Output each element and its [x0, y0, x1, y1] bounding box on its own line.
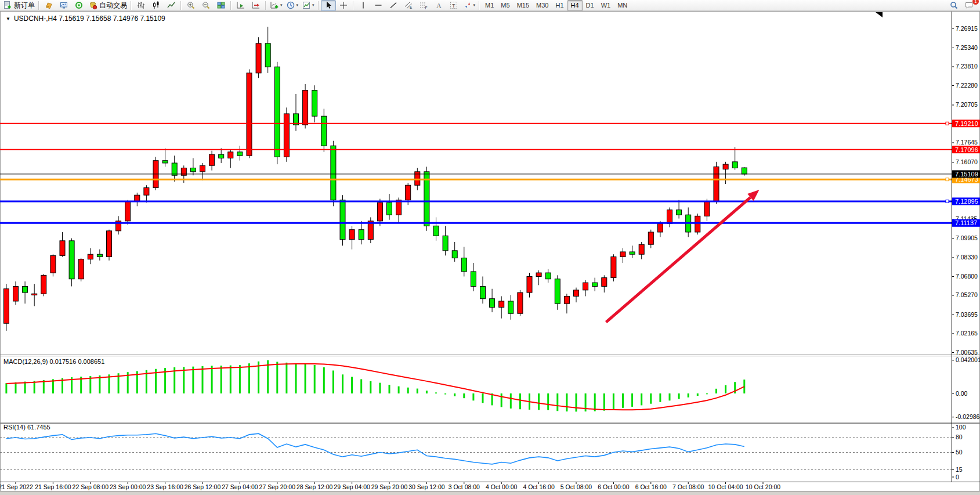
chart-title: ▼USDCNH-,H4 7.15619 7.15658 7.14976 7.15…: [6, 15, 165, 23]
chart-window: 7.269157.253407.238107.222807.207057.176…: [0, 11, 980, 495]
macd-indicator-label: MACD(12,26,9) 0.017516 0.008651: [3, 358, 104, 365]
chart-shift-icon: [251, 1, 261, 10]
toolbar-separator: [230, 1, 232, 10]
time-axis-label: 22 Sep 08:00: [73, 483, 109, 490]
chart-title-text: USDCNH-,H4 7.15619 7.15658 7.14976 7.151…: [14, 15, 165, 23]
templates-button[interactable]: ▾: [300, 0, 316, 11]
time-axis-label: 29 Sep 20:00: [371, 483, 408, 490]
chart-canvas[interactable]: 7.269157.253407.238107.222807.207057.176…: [0, 11, 980, 495]
line-handle[interactable]: [946, 178, 949, 181]
timeframe-button-w1[interactable]: W1: [598, 0, 614, 11]
svg-text:7.11137: 7.11137: [955, 219, 977, 226]
crosshair-icon: [339, 1, 348, 10]
search-icon: [949, 1, 959, 10]
profiles-button[interactable]: [41, 0, 56, 11]
chevron-down-icon: ▾: [312, 3, 314, 8]
timeframe-button-m30[interactable]: M30: [533, 0, 552, 11]
timeframe-button-m5[interactable]: M5: [497, 0, 513, 11]
cursor-button[interactable]: [321, 0, 336, 11]
market-watch-button[interactable]: [56, 0, 71, 11]
svg-text:7.08330: 7.08330: [956, 254, 978, 261]
navigator-icon: [74, 1, 84, 10]
chart-shift-button[interactable]: [248, 0, 263, 11]
profiles-icon: [44, 1, 53, 10]
text-label-button[interactable]: T: [446, 0, 461, 11]
svg-text:-0.029864: -0.029864: [956, 413, 980, 420]
template-icon: [302, 1, 311, 10]
equidistant-channel-button[interactable]: E: [401, 0, 416, 11]
timeframe-button-h1[interactable]: H1: [552, 0, 567, 11]
search-button[interactable]: [946, 0, 961, 11]
hline-icon: [374, 1, 383, 10]
zoom-in-icon: [186, 1, 196, 10]
tile-windows-button[interactable]: [214, 0, 229, 11]
svg-text:7.25340: 7.25340: [956, 44, 978, 51]
line-chart-button[interactable]: [164, 0, 179, 11]
time-axis-label: 26 Sep 12:00: [185, 483, 221, 490]
indicators-button[interactable]: ▾: [268, 0, 284, 11]
svg-text:80: 80: [956, 433, 963, 440]
svg-text:A: A: [436, 2, 442, 10]
trendline-button[interactable]: [386, 0, 401, 11]
toolbar-separator: [131, 1, 132, 10]
line-handle[interactable]: [946, 122, 949, 125]
time-axis-label: 21 Sep 16:00: [35, 483, 71, 490]
time-axis-label: 6 Oct 00:00: [598, 483, 629, 490]
time-axis-label: 27 Sep 20:00: [259, 483, 296, 490]
navigator-button[interactable]: [71, 0, 86, 11]
svg-text:0.042001: 0.042001: [956, 356, 980, 363]
autotrading-button[interactable]: 自动交易: [86, 0, 129, 11]
time-axis-label: 7 Oct 08:00: [672, 483, 704, 490]
tile-windows-icon: [216, 1, 226, 10]
periods-button[interactable]: ▾: [284, 0, 301, 11]
text-button[interactable]: A: [431, 0, 446, 11]
zoom-out-icon: [201, 1, 211, 10]
autoscroll-button[interactable]: [233, 0, 248, 11]
candlestick-button[interactable]: [149, 0, 164, 11]
timeframe-button-d1[interactable]: D1: [583, 0, 598, 11]
arrows-icon: [463, 1, 472, 10]
period-icon: [286, 1, 295, 10]
chart-menu-triangle-icon[interactable]: ▼: [6, 16, 10, 21]
zoom-in-button[interactable]: [183, 0, 198, 11]
rsi-indicator-label: RSI(14) 61.7455: [3, 424, 50, 431]
svg-text:7.19210: 7.19210: [955, 120, 978, 127]
time-axis-label: 29 Sep 04:00: [334, 483, 370, 490]
fibonacci-button[interactable]: F: [416, 0, 431, 11]
svg-text:0.00: 0.00: [956, 390, 968, 397]
svg-text:7.17645: 7.17645: [956, 139, 978, 146]
svg-text:50: 50: [956, 449, 963, 456]
indicators-icon: [270, 1, 279, 10]
timeframe-button-h4[interactable]: H4: [567, 0, 583, 11]
svg-text:7.22280: 7.22280: [956, 82, 978, 89]
comments-button[interactable]: 1: [961, 0, 977, 11]
vertical-line-button[interactable]: [356, 0, 371, 11]
bar-chart-button[interactable]: [133, 0, 149, 11]
time-axis-label: 21 Sep 2022: [0, 483, 33, 490]
svg-text:100: 100: [956, 424, 966, 431]
bar-chart-icon: [136, 1, 146, 10]
time-axis-label: 27 Sep 04:00: [222, 483, 258, 490]
line-chart-icon: [167, 1, 176, 10]
svg-text:0: 0: [956, 474, 959, 480]
time-axis-label: 10 Oct 04:00: [708, 483, 743, 490]
cursor-icon: [324, 1, 333, 10]
timeframe-button-m1[interactable]: M1: [482, 0, 497, 11]
zoom-out-button[interactable]: [198, 0, 214, 11]
arrows-button[interactable]: ▾: [461, 0, 478, 11]
new-order-icon: [3, 1, 12, 10]
toolbar: 新订单自动交易▾▾▾EFAT▾M1M5M15M30H1H4D1W1MN1: [0, 0, 980, 11]
svg-text:7.16070: 7.16070: [956, 158, 978, 165]
autotrading-button-label: 自动交易: [99, 1, 127, 10]
line-handle[interactable]: [946, 200, 949, 203]
crosshair-button[interactable]: [336, 0, 351, 11]
svg-text:T: T: [452, 3, 455, 9]
svg-text:7.23810: 7.23810: [956, 63, 978, 70]
trendline-icon: [389, 1, 398, 10]
new-order-button[interactable]: 新订单: [1, 0, 37, 11]
timeframe-button-mn[interactable]: MN: [614, 0, 631, 11]
horizontal-line-button[interactable]: [371, 0, 386, 11]
timeframe-button-m15[interactable]: M15: [513, 0, 533, 11]
svg-text:7.26915: 7.26915: [956, 25, 978, 32]
svg-text:7.15109: 7.15109: [955, 171, 978, 178]
